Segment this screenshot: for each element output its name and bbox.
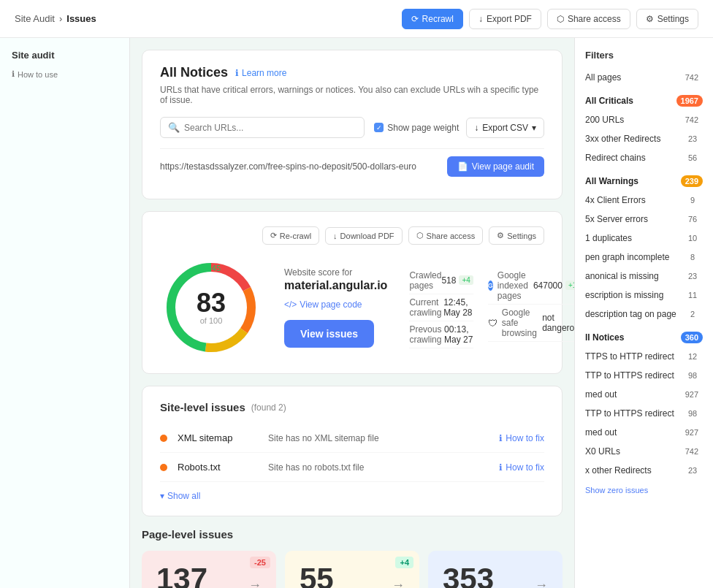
google-stats-right: G Google indexed pages 647000 +15 🛡: [488, 267, 574, 348]
filter-item-12[interactable]: description tag on page2: [575, 305, 713, 324]
page-weight-checkbox[interactable]: ✓: [374, 123, 384, 132]
filter-count: 1967: [676, 95, 703, 107]
share-access-button[interactable]: ⬡ Share access: [547, 9, 630, 29]
issue-dot: [160, 464, 167, 471]
chevron-down-icon: ▾: [160, 491, 164, 501]
view-issues-button[interactable]: View issues: [284, 320, 374, 348]
criticals-badge: -25: [250, 557, 270, 568]
warnings-number: 55: [300, 564, 339, 588]
score-center: 83 of 100: [197, 290, 226, 325]
how-to-use[interactable]: ℹ How to use: [0, 69, 129, 91]
filter-label: description tag on page: [585, 309, 676, 319]
filter-label: TTPS to HTTP redirect: [585, 351, 674, 362]
info-circle-icon: ℹ: [235, 68, 239, 78]
settings-button-2[interactable]: ⚙ Settings: [489, 226, 544, 245]
download-icon: ↓: [333, 232, 338, 240]
filter-label: pen graph incomplete: [585, 252, 669, 262]
filter-item-7[interactable]: 5x Server errors76: [575, 210, 713, 229]
recrawl-button[interactable]: ⟳ Recrawl: [402, 9, 463, 29]
filter-item-14[interactable]: TTPS to HTTP redirect12: [575, 347, 713, 366]
filter-label: All pages: [585, 72, 621, 83]
top-bar: Site Audit › Issues ⟳ Recrawl ↓ Export P…: [0, 0, 713, 38]
arrow-right-icon[interactable]: →: [535, 578, 548, 588]
url-row: https://testasdssalyzer.com/free-spins-n…: [160, 148, 544, 184]
notices-description: URLs that have critical errors, warnings…: [160, 85, 544, 105]
filter-item-13[interactable]: ll Notices360: [575, 328, 713, 347]
show-page-weight-toggle[interactable]: ✓ Show page weight: [374, 123, 459, 133]
filter-label: TTP to HTTPS redirect: [585, 408, 674, 419]
show-zero-issues[interactable]: Show zero issues: [575, 480, 713, 500]
filter-item-11[interactable]: escription is missing11: [575, 286, 713, 305]
learn-more-link[interactable]: ℹ Learn more: [235, 68, 286, 78]
show-all-link[interactable]: ▾ Show all: [160, 491, 544, 501]
notices-panel: All Notices ℹ Learn more URLs that have …: [142, 50, 563, 199]
re-crawl-button[interactable]: ⟳ Re-crawl: [262, 226, 319, 245]
filter-label: escription is missing: [585, 290, 663, 300]
breadcrumb-parent[interactable]: Site Audit: [15, 13, 55, 24]
page-level-title: Page-level issues: [142, 528, 563, 541]
filter-item-0[interactable]: All pages742: [575, 68, 713, 87]
top-actions: ⟳ Recrawl ↓ Export PDF ⬡ Share access ⚙ …: [402, 9, 698, 29]
share-button[interactable]: ⬡ Share access: [408, 226, 484, 245]
issue-row-xml: XML sitemap Site has no XML sitemap file…: [160, 424, 544, 453]
filter-label: 5x Server errors: [585, 214, 648, 224]
search-box[interactable]: 🔍: [160, 117, 365, 138]
notices-number: 353: [443, 564, 494, 588]
filter-item-6[interactable]: 4x Client Errors9: [575, 191, 713, 210]
view-page-audit-button[interactable]: 📄 View page audit: [447, 156, 544, 177]
filter-count: 10: [682, 232, 703, 244]
filter-item-19[interactable]: X0 URLs742: [575, 442, 713, 461]
filter-item-18[interactable]: med out927: [575, 423, 713, 442]
filter-count: 23: [682, 270, 703, 282]
share-icon: ⬡: [557, 14, 564, 24]
arrow-right-icon[interactable]: →: [392, 578, 405, 588]
filter-item-8[interactable]: 1 duplicates10: [575, 229, 713, 248]
criticals-card[interactable]: 137 Criticals → -25: [142, 551, 276, 588]
filter-item-1[interactable]: All Criticals1967: [575, 91, 713, 110]
arrow-right-icon[interactable]: →: [248, 578, 262, 588]
filter-item-9[interactable]: pen graph incomplete8: [575, 248, 713, 267]
filter-item-17[interactable]: TTP to HTTPS redirect98: [575, 404, 713, 423]
search-input[interactable]: [184, 123, 356, 133]
criticals-number: 137: [156, 564, 207, 588]
right-sidebar: Filters All pages742All Criticals1967200…: [574, 38, 713, 588]
notices-card[interactable]: 353 Notices →: [428, 551, 563, 588]
export-pdf-icon: ↓: [478, 14, 483, 24]
issue-row-robots: Robots.txt Site has no robots.txt file ℹ…: [160, 453, 544, 482]
export-csv-button[interactable]: ↓ Export CSV ▾: [466, 118, 544, 138]
filter-item-2[interactable]: 200 URLs742: [575, 110, 713, 129]
filter-item-20[interactable]: x other Redirects23: [575, 461, 713, 480]
filter-count: 8: [682, 251, 703, 263]
how-to-fix-xml[interactable]: ℹ How to fix: [499, 433, 544, 443]
stat-crawled-pages: Crawled pages 518 +4: [409, 267, 473, 294]
recrawl-icon: ⟳: [411, 14, 419, 24]
download-pdf-button[interactable]: ↓ Download PDF: [325, 227, 402, 245]
filter-label: med out: [585, 389, 617, 400]
score-trend: ↑ +45: [202, 264, 221, 272]
filter-count: 239: [681, 175, 703, 187]
filter-label: anonical is missing: [585, 271, 659, 281]
settings-button[interactable]: ⚙ Settings: [636, 9, 698, 29]
filter-item-16[interactable]: med out927: [575, 385, 713, 404]
filter-item-4[interactable]: Redirect chains56: [575, 148, 713, 167]
audit-toolbar: ⟳ Re-crawl ↓ Download PDF ⬡ Share access…: [160, 226, 544, 245]
filter-count: 76: [682, 213, 703, 225]
gear-icon: ⚙: [646, 14, 654, 24]
filter-count: 927: [681, 389, 703, 400]
notices-header: All Notices ℹ Learn more: [160, 65, 544, 80]
filter-label: TTP to HTTPS redirect: [585, 370, 674, 381]
export-pdf-button[interactable]: ↓ Export PDF: [469, 9, 541, 29]
filter-count: 742: [681, 114, 703, 126]
warnings-card[interactable]: 55 Warnings → +4: [285, 551, 419, 588]
filter-item-5[interactable]: All Warnings239: [575, 172, 713, 191]
filter-item-3[interactable]: 3xx other Redirects23: [575, 129, 713, 148]
filter-item-15[interactable]: TTP to HTTPS redirect98: [575, 366, 713, 385]
page-icon: 📄: [457, 161, 468, 172]
info-icon: ℹ: [12, 69, 15, 79]
warnings-badge: +4: [395, 557, 413, 568]
filter-item-10[interactable]: anonical is missing23: [575, 267, 713, 286]
score-info: Website score for material.angular.io </…: [284, 267, 387, 348]
view-code-link[interactable]: </> View page code: [284, 299, 387, 310]
how-to-fix-robots[interactable]: ℹ How to fix: [499, 462, 544, 473]
score-of: of 100: [197, 316, 226, 325]
